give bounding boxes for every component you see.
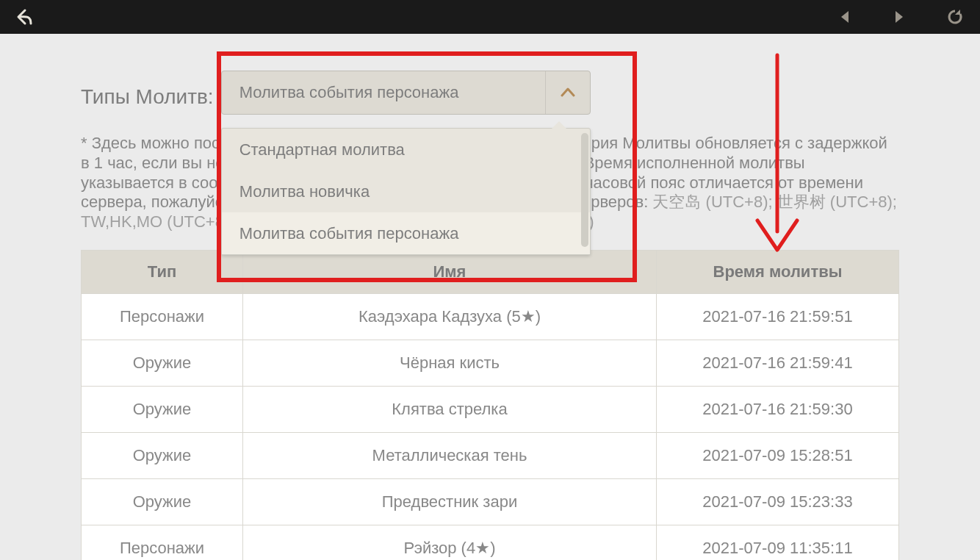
wish-type-option-standard[interactable]: Стандартная молитва <box>222 129 590 170</box>
history-cell-type: Оружие <box>82 433 243 479</box>
page-title: Типы Молитв: <box>81 85 214 115</box>
history-cell-time: 2021-07-16 21:59:51 <box>657 294 899 340</box>
wish-type-dropdown: Стандартная молитва Молитва новичка Моли… <box>221 128 591 255</box>
history-cell-name: Рэйзор (4★) <box>243 525 657 560</box>
wish-type-select-wrap: Молитва события персонажа Стандартная мо… <box>221 71 591 115</box>
history-cell-type: Оружие <box>82 340 243 387</box>
history-cell-name: Клятва стрелка <box>243 387 657 433</box>
history-row: ОружиеКлятва стрелка2021-07-16 21:59:30 <box>82 387 899 433</box>
history-row: ОружиеПредвестник зари2021-07-09 15:23:3… <box>82 479 899 525</box>
wish-type-option-event[interactable]: Молитва события персонажа <box>222 212 590 254</box>
history-cell-type: Персонажи <box>82 294 243 340</box>
history-table: Тип Имя Время молитвы ПерсонажиКаэдэхара… <box>81 250 899 560</box>
wish-type-select[interactable]: Молитва события персонажа <box>221 71 591 115</box>
wish-type-select-value: Молитва события персонажа <box>239 83 459 102</box>
top-toolbar <box>0 0 980 34</box>
history-cell-type: Персонажи <box>82 525 243 560</box>
history-row: ПерсонажиКаэдэхара Кадзуха (5★)2021-07-1… <box>82 294 899 340</box>
history-header-name: Имя <box>243 251 657 294</box>
history-cell-time: 2021-07-09 15:28:51 <box>657 433 899 479</box>
page-content: Типы Молитв: Молитва события персонажа С… <box>0 34 980 560</box>
dropdown-scrollbar[interactable] <box>581 133 588 247</box>
history-header-row: Тип Имя Время молитвы <box>82 251 899 294</box>
nav-back-icon[interactable] <box>837 9 854 25</box>
history-cell-type: Оружие <box>82 479 243 525</box>
history-row: ПерсонажиРэйзор (4★)2021-07-09 11:35:11 <box>82 525 899 560</box>
history-row: ОружиеЧёрная кисть2021-07-16 21:59:41 <box>82 340 899 387</box>
history-cell-time: 2021-07-09 11:35:11 <box>657 525 899 560</box>
refresh-icon[interactable] <box>946 8 964 26</box>
history-cell-name: Каэдэхара Кадзуха (5★) <box>243 294 657 340</box>
nav-forward-icon[interactable] <box>890 9 907 25</box>
history-cell-time: 2021-07-16 21:59:41 <box>657 340 899 387</box>
history-cell-name: Металлическая тень <box>243 433 657 479</box>
history-cell-name: Чёрная кисть <box>243 340 657 387</box>
history-cell-type: Оружие <box>82 387 243 433</box>
history-header-time: Время молитвы <box>657 251 899 294</box>
history-header-type: Тип <box>82 251 243 294</box>
back-icon[interactable] <box>15 7 37 26</box>
history-cell-name: Предвестник зари <box>243 479 657 525</box>
history-cell-time: 2021-07-09 15:23:33 <box>657 479 899 525</box>
wish-type-option-novice[interactable]: Молитва новичка <box>222 170 590 212</box>
chevron-up-icon[interactable] <box>545 71 590 114</box>
history-row: ОружиеМеталлическая тень2021-07-09 15:28… <box>82 433 899 479</box>
history-cell-time: 2021-07-16 21:59:30 <box>657 387 899 433</box>
